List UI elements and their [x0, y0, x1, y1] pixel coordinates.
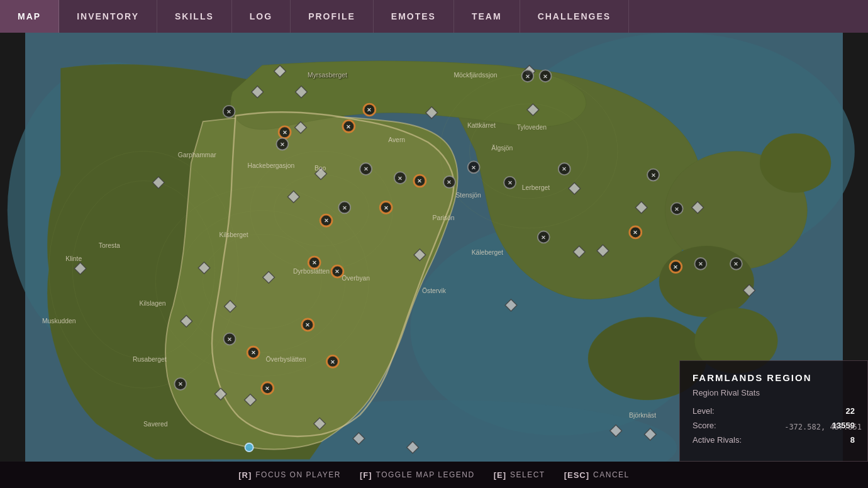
svg-text:Käleberget: Käleberget: [472, 249, 503, 256]
svg-text:Kilsberget: Kilsberget: [220, 231, 248, 238]
stat-row-rivals: Active Rivals: 8: [693, 435, 855, 445]
svg-text:✕: ✕: [178, 380, 183, 387]
svg-text:Kilslagen: Kilslagen: [140, 300, 166, 307]
hotkey-select: [E] SELECT: [494, 470, 545, 480]
svg-text:Myrsasberget: Myrsasberget: [308, 72, 347, 79]
svg-text:✕: ✕: [335, 268, 340, 275]
svg-text:✕: ✕: [398, 175, 403, 182]
rivals-label: Active Rivals:: [693, 435, 742, 445]
key-esc: [ESC]: [564, 470, 589, 480]
svg-text:✕: ✕: [305, 321, 310, 328]
svg-text:Överbyslätten: Överbyslätten: [266, 356, 306, 363]
svg-text:✕: ✕: [562, 165, 567, 172]
svg-point-8: [659, 246, 754, 317]
svg-text:Savered: Savered: [143, 421, 168, 428]
svg-text:Björknäst: Björknäst: [629, 412, 656, 419]
hotkey-cancel: [ESC] CANCEL: [564, 470, 630, 480]
svg-point-140: [245, 443, 253, 452]
svg-text:✕: ✕: [673, 263, 678, 270]
svg-text:Avern: Avern: [388, 136, 405, 143]
svg-text:Parisön: Parisön: [433, 214, 455, 221]
svg-text:✕: ✕: [280, 141, 285, 148]
label-select: SELECT: [510, 470, 545, 479]
svg-text:Lerberget: Lerberget: [522, 184, 550, 191]
svg-text:Dyrboslätten: Dyrboslätten: [293, 268, 330, 275]
map-container[interactable]: ✕ ✕ ✕ ✕ ✕ ✕ ✕ ✕ ✕ ✕ ✕ ✕ ✕ ✕ ✕ ✕: [0, 33, 868, 462]
svg-text:✕: ✕: [346, 123, 351, 130]
svg-text:Stensjön: Stensjön: [455, 192, 481, 199]
region-subtitle: Region Rival Stats: [693, 388, 855, 397]
svg-text:Rusaberget: Rusaberget: [133, 356, 167, 363]
region-panel: FARMLANDS REGION Region Rival Stats Leve…: [679, 360, 868, 462]
svg-text:Älgsjön: Älgsjön: [491, 145, 513, 152]
nav-challenges[interactable]: CHALLENGES: [520, 0, 629, 33]
key-e: [E]: [494, 470, 506, 480]
svg-text:✕: ✕: [471, 164, 476, 171]
svg-text:Kattkärret: Kattkärret: [467, 122, 496, 129]
navbar: MAP INVENTORY SKILLS LOG PROFILE EMOTES …: [0, 0, 868, 33]
svg-text:✕: ✕: [282, 129, 287, 136]
svg-text:✕: ✕: [698, 260, 703, 267]
nav-team[interactable]: TEAM: [454, 0, 520, 33]
svg-text:✕: ✕: [447, 179, 452, 186]
svg-text:Östervik: Östervik: [422, 287, 447, 294]
svg-text:Garphammar: Garphammar: [178, 152, 217, 158]
svg-text:✕: ✕: [384, 204, 389, 211]
svg-text:Klinte: Klinte: [65, 255, 82, 262]
svg-text:✕: ✕: [265, 385, 270, 392]
svg-text:✕: ✕: [541, 234, 546, 241]
svg-text:✕: ✕: [227, 336, 232, 343]
svg-text:Boo: Boo: [314, 165, 326, 172]
svg-text:Tyloveden: Tyloveden: [517, 124, 547, 131]
nav-emotes[interactable]: EMOTES: [374, 0, 454, 33]
svg-text:✕: ✕: [330, 358, 335, 365]
stat-row-level: Level: 22: [693, 406, 855, 416]
svg-text:✕: ✕: [651, 172, 656, 179]
bottom-bar: [R] FOCUS ON PLAYER [F] TOGGLE MAP LEGEN…: [0, 462, 868, 488]
svg-text:✕: ✕: [312, 259, 317, 266]
nav-profile[interactable]: PROFILE: [291, 0, 374, 33]
nav-log[interactable]: LOG: [232, 0, 291, 33]
svg-text:Toresta: Toresta: [99, 242, 120, 249]
svg-text:✕: ✕: [324, 217, 329, 224]
svg-point-7: [760, 133, 831, 192]
label-legend: TOGGLE MAP LEGEND: [376, 470, 475, 479]
nav-skills[interactable]: SKILLS: [157, 0, 232, 33]
level-value: 22: [846, 406, 855, 416]
svg-text:✕: ✕: [226, 108, 231, 115]
region-title: FARMLANDS REGION: [693, 372, 855, 383]
label-focus: FOCUS ON PLAYER: [255, 470, 341, 479]
svg-text:Möckfjärdssjon: Möckfjärdssjon: [453, 72, 497, 79]
svg-text:✕: ✕: [508, 179, 513, 186]
svg-text:✕: ✕: [367, 106, 372, 113]
nav-map[interactable]: MAP: [0, 0, 59, 33]
svg-text:Muskudden: Muskudden: [42, 318, 76, 324]
key-f: [F]: [360, 470, 372, 480]
svg-text:✕: ✕: [251, 349, 256, 356]
nav-inventory[interactable]: INVENTORY: [59, 0, 157, 33]
svg-text:✕: ✕: [633, 229, 638, 236]
rivals-value: 8: [850, 435, 855, 445]
svg-text:✕: ✕: [733, 260, 738, 267]
key-r: [R]: [238, 470, 252, 480]
svg-text:Överbyan: Överbyan: [342, 275, 370, 282]
hotkey-focus: [R] FOCUS ON PLAYER: [238, 470, 341, 480]
svg-text:✕: ✕: [525, 73, 530, 80]
hotkey-legend: [F] TOGGLE MAP LEGEND: [360, 470, 475, 480]
map-coordinates: -372.582, 457.851: [784, 423, 862, 431]
score-label: Score:: [693, 421, 716, 430]
svg-text:✕: ✕: [342, 204, 347, 211]
svg-text:✕: ✕: [417, 177, 422, 184]
svg-text:✕: ✕: [364, 165, 369, 172]
svg-text:✕: ✕: [543, 73, 548, 80]
level-label: Level:: [693, 406, 715, 416]
svg-text:✕: ✕: [674, 206, 679, 213]
label-cancel: CANCEL: [593, 470, 630, 479]
svg-text:Hackebergasjon: Hackebergasjon: [248, 162, 295, 169]
